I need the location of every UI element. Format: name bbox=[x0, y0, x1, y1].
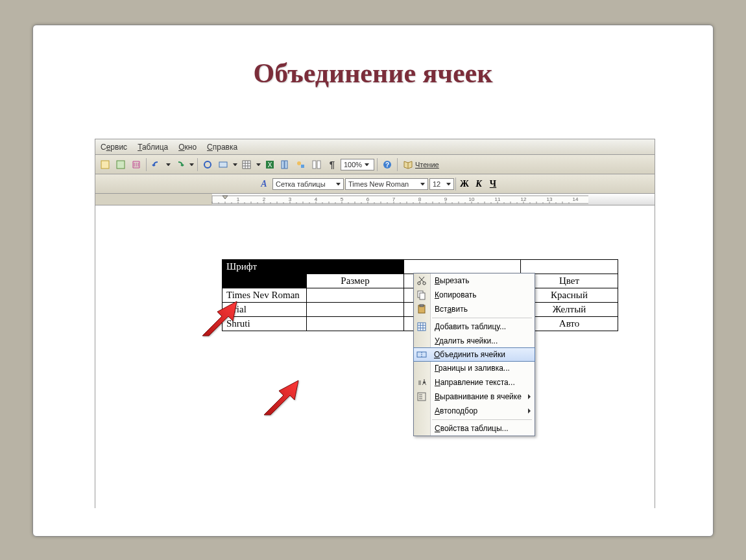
svg-text:9: 9 bbox=[444, 196, 448, 202]
hyperlink-icon[interactable] bbox=[200, 158, 215, 172]
cm-label: Свойства таблицы... bbox=[435, 424, 509, 433]
svg-point-13 bbox=[297, 161, 301, 165]
cm-label: Автоподбор bbox=[435, 406, 477, 415]
cell-selected[interactable] bbox=[223, 274, 307, 288]
help-icon[interactable]: ? bbox=[380, 158, 394, 172]
bold-button[interactable]: Ж bbox=[457, 179, 472, 189]
table-cell[interactable]: Размер bbox=[307, 274, 404, 288]
cell-selected[interactable]: Шрифт bbox=[223, 260, 307, 274]
cm-insert-table[interactable]: Добавить таблицу... bbox=[414, 320, 535, 334]
redo-icon[interactable] bbox=[173, 158, 187, 172]
document-map-icon[interactable] bbox=[309, 158, 324, 172]
document-area: Шрифт Размер Начертание Цвет Times Nev R… bbox=[95, 205, 655, 509]
underline-button[interactable]: Ч bbox=[486, 179, 500, 189]
cm-autofit[interactable]: Автоподбор bbox=[414, 404, 535, 418]
cm-label: Вырезать bbox=[435, 276, 469, 285]
cm-label: Выравнивание в ячейке bbox=[435, 392, 522, 401]
cm-borders[interactable]: Границы и заливка... bbox=[414, 361, 535, 375]
undo-icon[interactable] bbox=[149, 158, 163, 172]
menu-table[interactable]: Таблица bbox=[138, 143, 168, 152]
red-arrow-2 bbox=[261, 379, 306, 421]
cm-text-direction[interactable]: llA Направление текста... bbox=[414, 375, 535, 390]
dropdown-arrow[interactable] bbox=[255, 158, 261, 172]
toolbar-separator bbox=[397, 158, 398, 171]
svg-rect-15 bbox=[313, 161, 316, 169]
table-add-icon bbox=[416, 321, 427, 332]
toolbar-separator bbox=[146, 158, 147, 171]
svg-rect-0 bbox=[101, 161, 109, 169]
cm-label: Удалить ячейки... bbox=[435, 336, 498, 345]
svg-text:1: 1 bbox=[237, 196, 240, 202]
font-color-icon[interactable]: A bbox=[257, 177, 271, 191]
table-cell[interactable]: Цвет bbox=[521, 274, 618, 288]
drawing-icon[interactable] bbox=[294, 158, 308, 172]
svg-text:2: 2 bbox=[263, 196, 266, 202]
red-arrow-1 bbox=[199, 300, 245, 342]
cell-selected[interactable] bbox=[307, 260, 404, 274]
cm-label: Копировать bbox=[435, 290, 477, 299]
cm-merge-cells[interactable]: Объединить ячейки bbox=[413, 347, 535, 362]
style-dropdown[interactable]: Сетка таблицы bbox=[272, 178, 344, 190]
cm-delete-cells[interactable]: Удалить ячейки... bbox=[414, 334, 535, 348]
show-hide-icon[interactable]: ¶ bbox=[325, 158, 339, 172]
toolbar-icon[interactable] bbox=[98, 158, 112, 172]
zoom-dropdown[interactable]: 100% bbox=[341, 159, 374, 170]
size-dropdown[interactable]: 12 bbox=[429, 178, 454, 190]
insert-table-icon[interactable] bbox=[239, 158, 254, 172]
font-value: Times New Roman bbox=[348, 180, 409, 188]
dropdown-arrow[interactable] bbox=[232, 158, 238, 172]
excel-icon[interactable]: X bbox=[263, 158, 277, 172]
svg-text:10: 10 bbox=[469, 196, 475, 202]
cm-cell-alignment[interactable]: Выравнивание в ячейке bbox=[414, 390, 535, 404]
redo-dropdown[interactable] bbox=[188, 158, 195, 172]
reading-label: Чтение bbox=[415, 161, 439, 169]
italic-button[interactable]: К bbox=[472, 179, 486, 189]
table-cell[interactable] bbox=[404, 260, 521, 274]
svg-text:5: 5 bbox=[341, 196, 344, 202]
standard-toolbar: X ¶ 100% ? Чтение bbox=[95, 155, 655, 174]
cm-copy[interactable]: Копировать bbox=[414, 288, 535, 302]
columns-icon[interactable] bbox=[278, 158, 293, 172]
svg-rect-4 bbox=[243, 161, 250, 169]
svg-text:3: 3 bbox=[289, 196, 292, 202]
reading-button[interactable]: Чтение bbox=[400, 158, 442, 171]
undo-dropdown[interactable] bbox=[165, 158, 171, 172]
cm-label: Объединить ячейки bbox=[434, 350, 505, 359]
svg-text:?: ? bbox=[385, 161, 389, 169]
toolbar-icon[interactable] bbox=[216, 158, 230, 172]
svg-rect-12 bbox=[285, 161, 287, 169]
text-direction-icon: llA bbox=[416, 377, 427, 388]
cm-cut[interactable]: Вырезать bbox=[414, 274, 535, 288]
svg-text:6: 6 bbox=[367, 196, 370, 202]
menu-window[interactable]: Окно bbox=[178, 143, 197, 152]
table-cell[interactable]: Авто bbox=[521, 317, 618, 331]
table-cell[interactable]: Желтый bbox=[521, 303, 618, 317]
svg-text:14: 14 bbox=[573, 196, 579, 202]
table-cell[interactable] bbox=[307, 317, 404, 331]
cm-table-props[interactable]: Свойства таблицы... bbox=[414, 421, 535, 436]
cut-icon bbox=[416, 275, 427, 286]
svg-point-92 bbox=[423, 282, 426, 285]
size-value: 12 bbox=[433, 180, 440, 188]
font-dropdown[interactable]: Times New Roman bbox=[345, 178, 428, 190]
merge-icon bbox=[416, 349, 427, 360]
menu-service[interactable]: Сервис bbox=[101, 143, 127, 152]
svg-rect-16 bbox=[317, 161, 320, 169]
presentation-slide: Объединение ячеек Сервис Таблица Окно Сп… bbox=[32, 25, 714, 537]
cm-label: Добавить таблицу... bbox=[435, 322, 506, 331]
table-cell[interactable] bbox=[307, 303, 404, 317]
toolbar-icon[interactable] bbox=[129, 158, 143, 172]
toolbar-icon[interactable] bbox=[114, 158, 128, 172]
menu-help[interactable]: Справка bbox=[207, 143, 237, 152]
table-cell[interactable] bbox=[307, 288, 404, 303]
svg-text:13: 13 bbox=[547, 196, 553, 202]
svg-rect-3 bbox=[219, 162, 227, 167]
svg-text:11: 11 bbox=[495, 196, 501, 202]
cm-paste[interactable]: Вставить bbox=[414, 302, 535, 316]
svg-line-94 bbox=[419, 277, 424, 282]
table-cell[interactable] bbox=[521, 260, 618, 274]
word-menubar: Сервис Таблица Окно Справка bbox=[95, 139, 655, 155]
style-value: Сетка таблицы bbox=[276, 180, 326, 188]
toolbar-separator bbox=[197, 158, 198, 171]
table-cell[interactable]: Красный bbox=[521, 288, 618, 303]
